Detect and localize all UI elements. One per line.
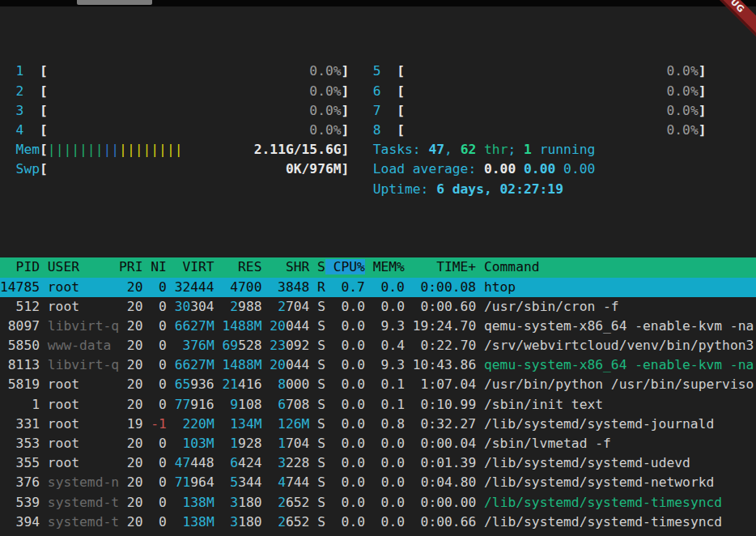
text-segment [214, 436, 231, 451]
text-segment [349, 161, 372, 177]
mem-meter-value: 2.11G/15.6G [254, 142, 342, 157]
user-systemd-t: systemd-t [48, 495, 119, 510]
text-segment: 138M [175, 495, 214, 510]
text-segment: 1 root 20 0 [0, 397, 175, 412]
tasks-count: 47 [428, 142, 444, 157]
process-row-5819[interactable]: 5819 root 20 0 65936 21416 8000 S 0.0 0.… [0, 375, 756, 394]
text-segment: 65 [175, 376, 191, 392]
text-segment [381, 83, 397, 99]
meter-bracket: ] [699, 63, 707, 79]
text-segment: 5819 root 20 0 [0, 376, 175, 392]
cpu-meters-row-3-7: 3 [ 0.0%] 7 [ 0.0%] [0, 101, 756, 121]
text-segment: 394 [0, 514, 48, 530]
cpu3-value: 0.0% [309, 103, 341, 118]
text-segment: 180 [238, 495, 261, 510]
process-row-394[interactable]: 394 systemd-t 20 0 138M 3180 2652 S 0.0 … [0, 513, 756, 532]
text-segment: 704 [286, 299, 309, 314]
text-segment [262, 376, 278, 392]
process-row-331[interactable]: 331 root 19 -1 220M 134M 126M S 0.0 0.8 … [0, 415, 756, 434]
cpu8-label: 8 [373, 122, 381, 138]
text-segment: 138M [175, 514, 214, 530]
process-row-14785[interactable]: 14785 root 20 0 32444 4700 3848 R 0.7 0.… [0, 278, 756, 297]
column-headers[interactable]: MEM% TIME+ Command [365, 259, 540, 274]
text-segment [23, 63, 40, 79]
text-segment [214, 474, 231, 490]
process-row-398[interactable]: 398 systemd-r 20 0 70984 6464 5464 S 0.0… [0, 532, 756, 536]
text-segment: S 0.0 0.1 1:07.04 /usr/bin/python /usr/b… [309, 376, 754, 392]
cpu2-label: 2 [16, 83, 24, 99]
text-segment [48, 122, 309, 138]
column-headers[interactable]: PID USER PRI NI VIRT RES SHR S [0, 259, 325, 274]
process-row-8097[interactable]: 8097 libvirt-q 20 0 6627M 1488M 20044 S … [0, 317, 756, 336]
window-top-strip [0, 0, 756, 6]
text-segment [349, 142, 372, 157]
cpu2-value: 0.0% [309, 83, 341, 99]
text-segment: Load average: [373, 161, 484, 177]
text-segment: 652 [286, 514, 309, 530]
sort-column-cpu[interactable]: CPU% [325, 259, 365, 274]
meter-bracket: ] [342, 161, 350, 177]
process-row-5850[interactable]: 5850 www-data 20 0 376M 69528 23092 S 0.… [0, 336, 756, 355]
text-segment: 331 root 19 [0, 416, 151, 432]
text-segment: 448 [190, 455, 214, 470]
text-segment: 20 0 [119, 357, 175, 372]
text-segment [349, 103, 372, 118]
meter-bracket: [ [40, 63, 48, 79]
text-segment: S 0.0 0.8 0:32.27 /lib/systemd/systemd-j… [309, 416, 714, 432]
window-drag-handle[interactable] [77, 0, 152, 5]
meter-bracket: [ [40, 122, 48, 138]
text-segment [48, 161, 286, 177]
text-segment: 2 [278, 495, 286, 510]
text-segment: 000 [286, 376, 309, 392]
process-row-8113[interactable]: 8113 libvirt-q 20 0 6627M 1488M 20044 S … [0, 355, 756, 375]
text-segment [214, 514, 231, 530]
text-segment: 964 [190, 474, 214, 490]
text-segment: S 0.0 9.3 10:43.86 [309, 357, 484, 372]
text-segment: ; [508, 142, 524, 157]
text-segment [349, 83, 372, 99]
mem-bar-buffers: || [103, 142, 119, 157]
text-segment: 5850 [0, 338, 48, 353]
table-header[interactable]: PID USER PRI NI VIRT RES SHR S CPU% MEM%… [0, 257, 756, 277]
text-segment: 355 root 20 0 [0, 455, 175, 470]
text-segment [0, 83, 16, 99]
cpu-meters-row-2-6: 2 [ 0.0%] 6 [ 0.0%] [0, 82, 756, 101]
text-segment: S 0.0 0.4 0:22.70 /srv/webvirtcloud/venv… [309, 338, 754, 353]
text-segment [0, 201, 8, 216]
process-row-355[interactable]: 355 root 20 0 47448 6424 3228 S 0.0 0.0 … [0, 453, 756, 473]
nice-value-negative: -1 [151, 416, 167, 432]
text-segment: 2 [278, 514, 286, 530]
text-segment [23, 83, 40, 99]
process-row-1[interactable]: 1 root 20 0 77916 9108 6708 S 0.0 0.1 0:… [0, 395, 756, 415]
meter-bracket: ] [342, 103, 350, 118]
mem-meter-label: Mem [16, 142, 40, 157]
process-row-539[interactable]: 539 systemd-t 20 0 138M 3180 2652 S 0.0 … [0, 493, 756, 513]
text-segment: S 0.0 9.3 19:24.70 qemu-system-x86_64 -e… [309, 318, 754, 334]
text-segment [262, 397, 278, 412]
text-segment: 044 [286, 357, 309, 372]
user-libvirt-q: libvirt-q [48, 318, 119, 334]
thread-command: qemu-system-x86_64 -enable-kvm -na [484, 357, 754, 372]
process-table: PID USER PRI NI VIRT RES SHR S CPU% MEM%… [0, 257, 756, 536]
text-segment: 344 [238, 474, 261, 490]
meter-bracket: ] [342, 122, 350, 138]
text-segment: 1 [278, 436, 286, 451]
text-segment: Tasks: [373, 142, 429, 157]
user-www-data: www-data [48, 338, 119, 353]
text-segment [48, 103, 309, 118]
meter-bracket: ] [699, 122, 707, 138]
text-segment: 23 [270, 338, 286, 353]
text-segment: 47 [175, 455, 191, 470]
text-segment [48, 83, 309, 99]
process-row-353[interactable]: 353 root 20 0 103M 1928 1704 S 0.0 0.0 0… [0, 434, 756, 453]
load-5min: 0.00 [524, 161, 555, 177]
text-segment: 376 [0, 474, 48, 490]
load-15min: 0.00 [563, 161, 595, 177]
debug-ribbon-band: UG [711, 0, 756, 41]
meter-bracket: ] [342, 142, 350, 157]
process-row-376[interactable]: 376 systemd-n 20 0 71964 5344 4744 S 0.0… [0, 473, 756, 492]
text-segment: S 0.0 0.0 0:04.80 /lib/systemd/systemd-n… [309, 474, 714, 490]
swap-meter-and-load: Swp[ 0K/976M] Load average: 0.00 0.00 0.… [0, 160, 756, 179]
process-row-512[interactable]: 512 root 20 0 30304 2988 2704 S 0.0 0.0 … [0, 297, 756, 317]
text-segment [349, 122, 372, 138]
